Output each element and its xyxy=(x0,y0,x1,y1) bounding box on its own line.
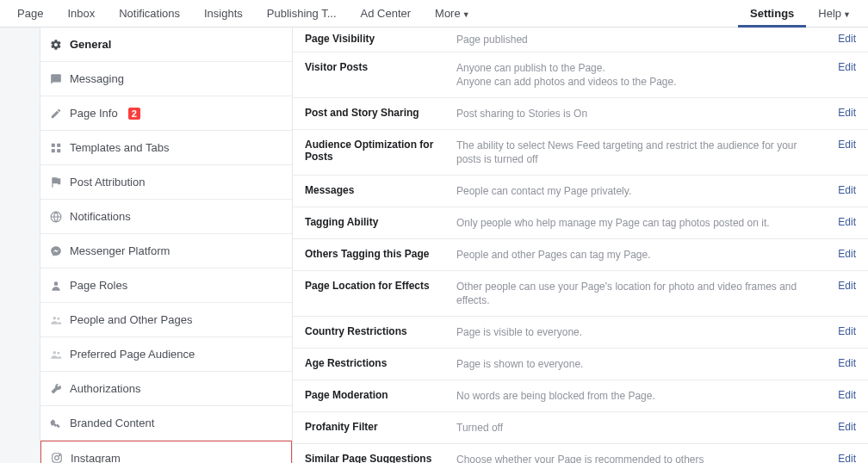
sidebar-item-label: Authorizations xyxy=(70,382,140,395)
sidebar-item-page-roles[interactable]: Page Roles xyxy=(40,269,292,303)
edit-link[interactable]: Edit xyxy=(822,107,856,119)
sidebar-item-branded-content[interactable]: Branded Content xyxy=(40,406,292,441)
settings-list: Page VisibilityPage publishedEditVisitor… xyxy=(293,28,868,463)
flag-icon xyxy=(49,176,63,189)
setting-description-line2: Anyone can add photos and videos to the … xyxy=(456,75,816,89)
setting-description: No words are being blocked from the Page… xyxy=(456,389,816,403)
edit-link[interactable]: Edit xyxy=(822,33,856,45)
users-icon xyxy=(49,313,63,327)
setting-label: Post and Story Sharing xyxy=(305,107,451,119)
svg-point-9 xyxy=(57,351,59,354)
edit-link[interactable]: Edit xyxy=(822,453,856,463)
edit-link[interactable]: Edit xyxy=(822,248,856,260)
wrench-icon xyxy=(49,382,63,396)
setting-row-age-restrictions: Age RestrictionsPage is shown to everyon… xyxy=(293,349,868,380)
edit-link[interactable]: Edit xyxy=(822,216,856,228)
nav-settings[interactable]: Settings xyxy=(738,0,806,28)
nav-help[interactable]: Help▼ xyxy=(806,0,863,28)
sidebar-item-people-and-other-pages[interactable]: People and Other Pages xyxy=(40,303,292,337)
setting-row-country-restrictions: Country RestrictionsPage is visible to e… xyxy=(293,317,868,349)
nav-insights[interactable]: Insights xyxy=(192,0,255,28)
svg-point-7 xyxy=(57,317,59,319)
setting-label: Messages xyxy=(305,184,451,196)
handshake-icon xyxy=(49,417,63,430)
setting-label: Age Restrictions xyxy=(305,357,451,369)
sidebar-item-instagram[interactable]: Instagram xyxy=(40,441,292,463)
sidebar-item-label: Page Roles xyxy=(70,279,127,292)
top-nav-right: SettingsHelp▼ xyxy=(738,0,863,28)
setting-description: The ability to select News Feed targetin… xyxy=(456,139,816,166)
users-icon xyxy=(49,348,63,361)
sidebar-item-label: Notifications xyxy=(70,210,131,223)
setting-label: Similar Page Suggestions xyxy=(305,453,451,463)
notification-badge: 2 xyxy=(128,108,140,120)
setting-row-others-tagging-this-page: Others Tagging this PagePeople and other… xyxy=(293,239,868,271)
sidebar-item-messaging[interactable]: Messaging xyxy=(40,62,292,96)
globe-icon xyxy=(49,210,63,224)
sidebar-item-messenger-platform[interactable]: Messenger Platform xyxy=(40,234,292,269)
top-nav: PageInboxNotificationsInsightsPublishing… xyxy=(0,0,868,28)
sidebar-item-preferred-page-audience[interactable]: Preferred Page Audience xyxy=(40,337,292,372)
svg-point-8 xyxy=(53,350,57,354)
chat-icon xyxy=(49,72,63,86)
setting-description: Other people can use your Page's locatio… xyxy=(456,280,816,307)
nav-page[interactable]: Page xyxy=(5,0,55,28)
setting-row-page-location-for-effects: Page Location for EffectsOther people ca… xyxy=(293,271,868,317)
edit-link[interactable]: Edit xyxy=(822,139,856,151)
edit-link[interactable]: Edit xyxy=(822,421,856,433)
setting-label: Audience Optimization for Posts xyxy=(305,139,451,163)
svg-point-6 xyxy=(53,316,57,319)
edit-link[interactable]: Edit xyxy=(822,61,856,73)
svg-point-5 xyxy=(54,281,59,286)
sidebar-item-label: Preferred Page Audience xyxy=(70,348,195,361)
setting-label: Page Location for Effects xyxy=(305,280,451,292)
edit-link[interactable]: Edit xyxy=(822,184,856,196)
sidebar-item-label: Branded Content xyxy=(70,417,154,429)
sidebar-item-page-info[interactable]: Page Info2 xyxy=(40,96,292,131)
nav-ad-center[interactable]: Ad Center xyxy=(349,0,424,28)
setting-label: Page Moderation xyxy=(305,389,451,401)
caret-down-icon: ▼ xyxy=(462,10,470,19)
svg-point-11 xyxy=(55,456,59,460)
sidebar-item-label: People and Other Pages xyxy=(70,313,192,326)
sidebar-item-general[interactable]: General xyxy=(40,28,292,62)
setting-row-messages: MessagesPeople can contact my Page priva… xyxy=(293,176,868,207)
setting-label: Others Tagging this Page xyxy=(305,248,451,260)
setting-description: Anyone can publish to the Page.Anyone ca… xyxy=(456,61,816,89)
setting-row-page-moderation: Page ModerationNo words are being blocke… xyxy=(293,380,868,412)
nav-more[interactable]: More▼ xyxy=(423,0,482,28)
setting-row-tagging-ability: Tagging AbilityOnly people who help mana… xyxy=(293,207,868,239)
setting-row-audience-optimization-for-posts: Audience Optimization for PostsThe abili… xyxy=(293,130,868,176)
instagram-icon xyxy=(50,451,64,463)
sidebar-item-label: Messenger Platform xyxy=(70,244,170,257)
svg-rect-2 xyxy=(52,149,55,152)
sidebar-item-label: Page Info xyxy=(70,107,118,120)
messenger-icon xyxy=(49,244,63,258)
sidebar-item-label: Templates and Tabs xyxy=(70,141,169,154)
sidebar-item-authorizations[interactable]: Authorizations xyxy=(40,372,292,406)
edit-link[interactable]: Edit xyxy=(822,357,856,369)
setting-label: Country Restrictions xyxy=(305,325,451,337)
setting-row-visitor-posts: Visitor PostsAnyone can publish to the P… xyxy=(293,52,868,98)
content: GeneralMessagingPage Info2Templates and … xyxy=(0,28,868,463)
nav-notifications[interactable]: Notifications xyxy=(107,0,192,28)
setting-description: Page published xyxy=(456,33,816,46)
edit-link[interactable]: Edit xyxy=(822,325,856,337)
nav-inbox[interactable]: Inbox xyxy=(55,0,107,28)
setting-row-page-visibility: Page VisibilityPage publishedEdit xyxy=(293,28,868,52)
setting-description: Post sharing to Stories is On xyxy=(456,107,816,120)
sidebar-item-label: General xyxy=(70,38,111,51)
edit-link[interactable]: Edit xyxy=(822,389,856,401)
sidebar-item-label: Messaging xyxy=(70,72,124,85)
sidebar-item-post-attribution[interactable]: Post Attribution xyxy=(40,165,292,200)
svg-rect-0 xyxy=(52,143,55,146)
sidebar-item-templates-and-tabs[interactable]: Templates and Tabs xyxy=(40,131,292,165)
sidebar-item-notifications[interactable]: Notifications xyxy=(40,200,292,234)
edit-link[interactable]: Edit xyxy=(822,280,856,292)
nav-publishing-t-[interactable]: Publishing T... xyxy=(255,0,349,28)
setting-label: Tagging Ability xyxy=(305,216,451,228)
svg-point-12 xyxy=(59,454,60,455)
setting-description: Turned off xyxy=(456,421,816,435)
gear-icon xyxy=(49,38,63,52)
setting-row-similar-page-suggestions: Similar Page SuggestionsChoose whether y… xyxy=(293,444,868,463)
